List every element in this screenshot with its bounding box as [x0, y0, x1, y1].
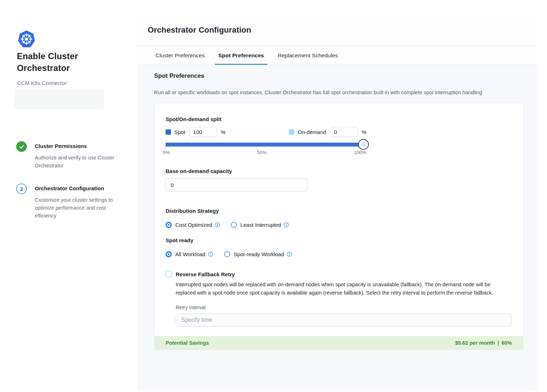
- retry-interval-input[interactable]: [176, 314, 512, 326]
- connector-label: CCM K8s Connector:: [17, 80, 68, 86]
- info-icon[interactable]: [284, 222, 289, 228]
- kubernetes-icon: [17, 30, 36, 48]
- tab-cluster-preferences[interactable]: Cluster Preferences: [151, 46, 209, 64]
- step-title: Orchestrator Configuration: [35, 185, 104, 191]
- spot-split-slider[interactable]: [166, 143, 366, 147]
- radio-label: All Workload: [175, 251, 205, 257]
- spot-color-swatch: [166, 129, 171, 135]
- slider-handle[interactable]: [358, 139, 369, 150]
- main-panel: Orchestrator Configuration Cluster Prefe…: [137, 16, 537, 390]
- radio-label: Least Interrupted: [241, 222, 281, 228]
- slider-label-0: 0%: [163, 150, 170, 155]
- percent-sign: %: [221, 129, 225, 135]
- radio-unselected-icon[interactable]: [224, 251, 230, 257]
- radio-all-workload[interactable]: All Workload: [166, 251, 213, 257]
- section-title: Spot Preferences: [154, 72, 537, 80]
- slider-tick-0: [166, 147, 166, 149]
- spot-ready-label: Spot ready: [166, 237, 512, 243]
- step-done-check-icon: [16, 141, 27, 152]
- split-label: Spot/On-demand split: [166, 116, 512, 122]
- reverse-fallback-checkbox[interactable]: [166, 271, 172, 277]
- savings-separator: |: [498, 340, 499, 346]
- slider-label-100: 100%: [354, 150, 366, 155]
- tab-content: Spot Preferences Run all or specific wor…: [138, 65, 537, 390]
- base-capacity-label: Base on-demand capacity: [166, 168, 512, 174]
- spot-label: Spot: [174, 129, 185, 135]
- ondemand-split-group: On-demand %: [289, 127, 366, 137]
- slider-tick-labels: 0% 50% 100%: [163, 150, 366, 155]
- percent-sign: %: [362, 129, 366, 135]
- step-title: Cluster Permissions: [35, 143, 87, 149]
- step-description: Authorize and verify to use Cluster Orch…: [35, 154, 124, 169]
- ondemand-label: On-demand: [298, 129, 326, 135]
- info-icon[interactable]: [215, 222, 220, 228]
- section-description: Run all or specific workloads on spot in…: [154, 90, 527, 95]
- radio-cost-optimized[interactable]: Cost Optimized: [166, 222, 220, 228]
- sidebar: Enable Cluster Orchestrator CCM K8s Conn…: [0, 0, 137, 392]
- tab-bar: Cluster Preferences Spot Preferences Rep…: [138, 46, 537, 65]
- sidebar-title: Enable Cluster Orchestrator: [17, 50, 110, 74]
- reverse-fallback-description: Interrupted spot nodes will be replaced …: [176, 281, 510, 297]
- tab-replacement-schedules[interactable]: Replacement Schedules: [273, 46, 342, 64]
- potential-savings-label: Potential Savings: [166, 340, 209, 346]
- savings-percent: 60%: [501, 340, 512, 346]
- radio-least-interrupted[interactable]: Least Interrupted: [231, 222, 289, 228]
- spot-percent-input[interactable]: [189, 127, 217, 137]
- spot-split-group: Spot %: [166, 127, 225, 137]
- ondemand-percent-input[interactable]: [330, 127, 358, 137]
- slider-track: [166, 143, 363, 147]
- slider-label-50: 50%: [257, 150, 267, 155]
- page-title: Orchestrator Configuration: [148, 25, 251, 35]
- ondemand-color-swatch: [289, 129, 294, 135]
- radio-label: Cost Optimized: [175, 222, 212, 228]
- distribution-strategy-label: Distribution Strategy: [166, 208, 512, 214]
- spot-preferences-card: Spot/On-demand split Spot % On-demand: [154, 103, 523, 350]
- step-number-badge: 2: [16, 183, 27, 194]
- potential-savings-value: $5.62 per month | 60%: [455, 340, 512, 346]
- radio-unselected-icon[interactable]: [231, 222, 237, 228]
- tab-spot-preferences[interactable]: Spot Preferences: [214, 46, 268, 64]
- retry-interval-label: Retry Interval: [176, 305, 512, 310]
- step-description: Customize your cluster settings to optim…: [35, 196, 124, 220]
- potential-savings-bar: Potential Savings $5.62 per month | 60%: [154, 336, 523, 350]
- base-capacity-input[interactable]: [166, 178, 307, 191]
- radio-selected-icon[interactable]: [166, 251, 172, 257]
- info-icon[interactable]: [208, 252, 213, 257]
- info-icon[interactable]: [287, 252, 292, 257]
- radio-spot-ready-workload[interactable]: Spot-ready Workload: [224, 251, 292, 257]
- radio-selected-icon[interactable]: [166, 222, 172, 228]
- connector-value-redacted: [14, 89, 104, 109]
- savings-amount: $5.62 per month: [455, 340, 495, 346]
- radio-label: Spot-ready Workload: [234, 251, 284, 257]
- reverse-fallback-label: Reverse Fallback Retry: [176, 271, 235, 277]
- main-header: Orchestrator Configuration: [138, 16, 537, 46]
